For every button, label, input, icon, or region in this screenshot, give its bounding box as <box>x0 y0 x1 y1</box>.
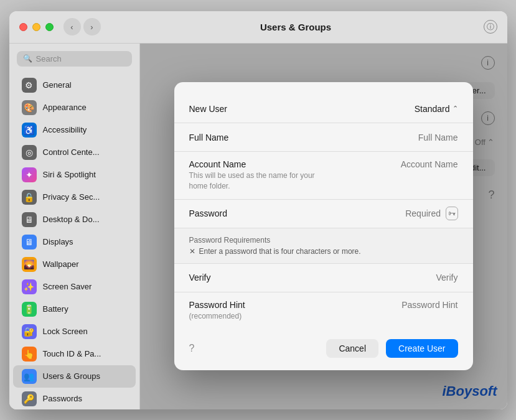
sidebar-item-touchid[interactable]: 👆 Touch ID & Pa... <box>13 343 136 365</box>
titlebar: ‹ › Users & Groups ⓘ <box>9 11 507 44</box>
account-name-value <box>324 159 458 169</box>
password-row: Password 🗝 <box>174 200 473 228</box>
footer-help-icon[interactable]: ? <box>189 343 195 354</box>
key-icon[interactable]: 🗝 <box>446 207 457 220</box>
sidebar-label-control-center: Control Cente... <box>43 147 100 157</box>
sidebar-label-displays: Displays <box>43 237 73 246</box>
sidebar-item-accessibility[interactable]: ♿ Accessibility <box>13 119 136 141</box>
new-user-row: New User Standard ⌃ <box>174 95 473 123</box>
sidebar-item-wallpaper[interactable]: 🌄 Wallpaper <box>13 253 136 276</box>
privacy-icon: 🔒 <box>22 190 37 205</box>
sidebar-label-battery: Battery <box>43 304 68 314</box>
search-bar[interactable]: 🔍 Search <box>17 51 132 67</box>
sidebar-label-lockscreen: Lock Screen <box>43 327 88 336</box>
sidebar-label-siri: Siri & Spotlight <box>43 170 96 179</box>
verify-input[interactable] <box>324 273 458 282</box>
new-user-modal: New User Standard ⌃ <box>174 82 473 370</box>
sidebar-item-displays[interactable]: 🖥 Displays <box>13 231 136 253</box>
password-hint-label: Password Hint <box>189 300 289 310</box>
account-name-description: This will be used as the name for yourho… <box>189 170 324 192</box>
sidebar: 🔍 Search ⚙ General 🎨 Appearance ♿ Access… <box>9 44 140 409</box>
new-user-label: New User <box>189 104 289 114</box>
passwords-icon: 🔑 <box>22 391 37 406</box>
password-hint-left: Password Hint (recommended) <box>189 300 324 322</box>
new-user-type-select[interactable]: Standard ⌃ <box>415 104 458 114</box>
sidebar-item-privacy[interactable]: 🔒 Privacy & Sec... <box>13 186 136 208</box>
account-name-input[interactable] <box>324 159 458 169</box>
sidebar-item-desktop[interactable]: 🖥 Desktop & Do... <box>13 208 136 231</box>
siri-icon: ✦ <box>22 167 37 182</box>
main-layout: 🔍 Search ⚙ General 🎨 Appearance ♿ Access… <box>9 44 507 409</box>
account-name-left: Account Name This will be used as the na… <box>189 159 324 192</box>
full-name-row: Full Name <box>174 123 473 152</box>
desktop-icon: 🖥 <box>22 212 37 227</box>
battery-icon: 🔋 <box>22 302 37 317</box>
password-hint-sub: (recommended) <box>189 311 324 322</box>
sidebar-label-screensaver: Screen Saver <box>43 282 92 291</box>
cancel-button[interactable]: Cancel <box>326 339 378 358</box>
traffic-lights <box>19 23 54 31</box>
sidebar-item-general[interactable]: ⚙ General <box>13 74 136 96</box>
minimize-button[interactable] <box>32 23 40 31</box>
password-label: Password <box>189 208 289 218</box>
full-name-left: Full Name <box>189 133 324 142</box>
verify-row: Verify <box>174 264 473 292</box>
nav-buttons: ‹ › <box>63 18 101 35</box>
sidebar-item-siri[interactable]: ✦ Siri & Spotlight <box>13 164 136 186</box>
full-name-value <box>324 133 458 142</box>
create-user-button[interactable]: Create User <box>386 339 457 358</box>
password-hint-row: Password Hint (recommended) <box>174 292 473 329</box>
account-name-label: Account Name <box>189 159 289 169</box>
sidebar-label-users: Users & Groups <box>43 371 100 381</box>
back-button[interactable]: ‹ <box>63 18 81 35</box>
sidebar-label-touchid: Touch ID & Pa... <box>43 349 101 358</box>
sidebar-item-control-center[interactable]: ◎ Control Cente... <box>13 141 136 164</box>
verify-label: Verify <box>189 273 289 282</box>
req-x-icon: ✕ <box>189 247 195 256</box>
control-center-icon: ◎ <box>22 145 37 160</box>
sidebar-label-desktop: Desktop & Do... <box>43 215 100 224</box>
content-area: i Add User... i Off ⌃ Edit... ? iBoysoft <box>140 44 507 409</box>
password-input[interactable] <box>324 208 441 218</box>
sidebar-item-appearance[interactable]: 🎨 Appearance <box>13 96 136 119</box>
sidebar-item-users[interactable]: 👥 Users & Groups <box>13 365 136 388</box>
accessibility-icon: ♿ <box>22 123 37 138</box>
touchid-icon: 👆 <box>22 347 37 362</box>
forward-button[interactable]: › <box>83 18 101 35</box>
window-title: Users & Groups <box>108 22 484 32</box>
password-hint-value <box>324 300 458 310</box>
lockscreen-icon: 🔐 <box>22 324 37 339</box>
chevron-ud-icon: ⌃ <box>453 105 458 113</box>
full-name-input[interactable] <box>324 133 458 142</box>
full-name-label: Full Name <box>189 133 289 142</box>
password-requirements: Password Requirements ✕ Enter a password… <box>174 228 473 264</box>
users-icon: 👥 <box>22 369 37 384</box>
sidebar-item-battery[interactable]: 🔋 Battery <box>13 298 136 320</box>
search-input[interactable]: Search <box>36 54 62 63</box>
maximize-button[interactable] <box>45 23 54 31</box>
sidebar-item-screensaver[interactable]: ✨ Screen Saver <box>13 276 136 298</box>
sidebar-label-wallpaper: Wallpaper <box>43 259 79 269</box>
modal-overlay: New User Standard ⌃ <box>140 44 507 409</box>
info-button[interactable]: ⓘ <box>484 20 497 34</box>
password-value: 🗝 <box>324 207 458 220</box>
wallpaper-icon: 🌄 <box>22 257 37 272</box>
password-left: Password <box>189 208 324 218</box>
displays-icon: 🖥 <box>22 235 37 250</box>
general-icon: ⚙ <box>22 78 37 93</box>
screensaver-icon: ✨ <box>22 279 37 294</box>
sidebar-item-lockscreen[interactable]: 🔐 Lock Screen <box>13 320 136 343</box>
sidebar-label-privacy: Privacy & Sec... <box>43 192 100 202</box>
new-user-left: New User <box>189 104 324 114</box>
appearance-icon: 🎨 <box>22 100 37 115</box>
close-button[interactable] <box>19 23 27 31</box>
account-name-row: Account Name This will be used as the na… <box>174 152 473 200</box>
password-hint-input[interactable] <box>324 300 458 310</box>
modal-body: New User Standard ⌃ <box>174 82 473 329</box>
sidebar-item-passwords[interactable]: 🔑 Passwords <box>13 388 136 409</box>
modal-footer: ? Cancel Create User <box>174 329 473 358</box>
sidebar-label-passwords: Passwords <box>43 394 83 403</box>
sidebar-label-appearance: Appearance <box>43 103 87 112</box>
password-req-item: ✕ Enter a password that is four characte… <box>189 247 458 256</box>
new-user-value: Standard ⌃ <box>324 104 458 114</box>
